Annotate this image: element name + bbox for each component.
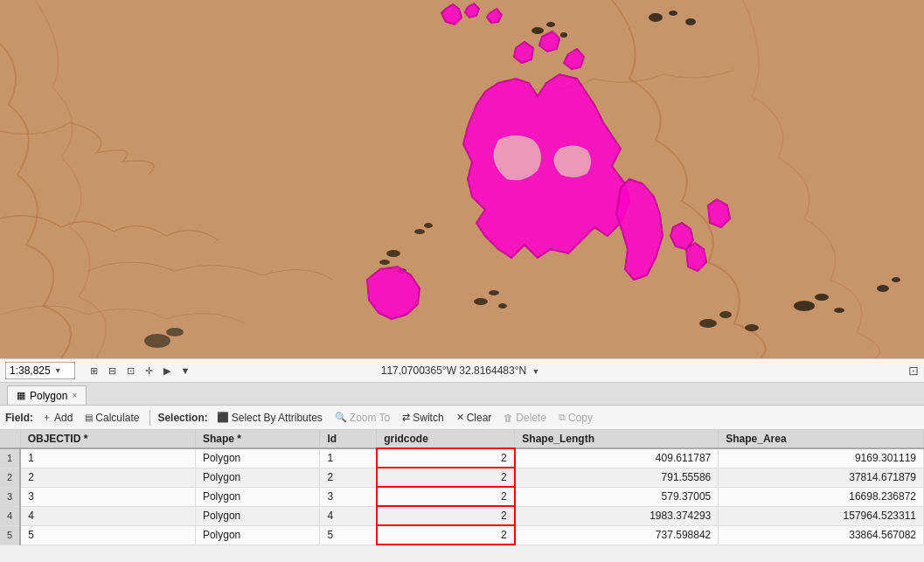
- row-number: 4: [0, 506, 20, 525]
- tab-close-button[interactable]: ×: [72, 391, 77, 400]
- cell-objectid[interactable]: 2: [20, 468, 195, 487]
- col-header-id[interactable]: Id: [320, 430, 377, 448]
- cell-gridcode[interactable]: 2: [377, 525, 515, 545]
- polygon-tab[interactable]: ▦ Polygon ×: [7, 385, 87, 405]
- delete-icon: 🗑: [504, 413, 513, 423]
- cell-gridcode[interactable]: 2: [377, 487, 515, 506]
- select-attr-icon: ⬛: [217, 412, 229, 423]
- col-header-shape-area[interactable]: Shape_Area: [719, 430, 924, 448]
- separator-1: [149, 410, 150, 426]
- row-number: 5: [0, 525, 20, 545]
- table-header-row: OBJECTID * Shape * Id gridcode Shape_Len…: [0, 430, 924, 448]
- cell-shape[interactable]: Polygon: [195, 506, 320, 525]
- cell-shape-length[interactable]: 737.598842: [515, 525, 719, 545]
- add-button[interactable]: ＋ Add: [38, 409, 76, 426]
- svg-point-7: [531, 27, 544, 34]
- data-grid: OBJECTID * Shape * Id gridcode Shape_Len…: [0, 430, 924, 545]
- row-number: 1: [0, 448, 20, 468]
- select-by-attributes-button[interactable]: ⬛ Select By Attributes: [213, 410, 326, 426]
- switch-icon: ⇄: [402, 412, 410, 423]
- cell-id[interactable]: 5: [320, 525, 377, 545]
- copy-button[interactable]: ⧉ Copy: [555, 410, 596, 426]
- cell-objectid[interactable]: 1: [20, 448, 195, 468]
- svg-point-2: [144, 334, 170, 348]
- scale-selector[interactable]: 1:38,825 ▼: [5, 362, 75, 379]
- map-view[interactable]: [0, 0, 924, 358]
- cell-shape[interactable]: Polygon: [195, 448, 320, 468]
- cell-shape[interactable]: Polygon: [195, 525, 320, 545]
- table-row[interactable]: 22Polygon22791.5558637814.671879: [0, 468, 924, 487]
- delete-button[interactable]: 🗑 Delete: [500, 410, 550, 426]
- tab-label: Polygon: [30, 390, 67, 402]
- svg-point-18: [474, 298, 488, 305]
- expand-icon[interactable]: ⊡: [908, 364, 919, 378]
- cell-id[interactable]: 4: [320, 506, 377, 525]
- zoom-to-button[interactable]: 🔍 Zoom To: [331, 410, 393, 426]
- switch-button[interactable]: ⇄ Switch: [399, 410, 447, 426]
- svg-point-16: [719, 311, 732, 318]
- cell-shape-length[interactable]: 579.37005: [515, 487, 719, 506]
- calculate-button[interactable]: ▤ Calculate: [81, 410, 142, 426]
- select-tool-icon[interactable]: ⊡: [122, 363, 138, 378]
- cell-shape-area[interactable]: 9169.301119: [719, 448, 924, 468]
- svg-point-10: [794, 301, 815, 311]
- table-row[interactable]: 55Polygon52737.59884233864.567082: [0, 525, 924, 545]
- coordinates-display: 117.0700365°W 32.8164483°N ▼: [381, 364, 540, 377]
- svg-rect-0: [0, 0, 924, 358]
- cell-gridcode[interactable]: 2: [377, 506, 515, 525]
- cell-shape-area[interactable]: 157964.523311: [719, 506, 924, 525]
- cell-shape-length[interactable]: 791.55586: [515, 468, 719, 487]
- col-header-shape[interactable]: Shape *: [195, 430, 320, 448]
- cell-objectid[interactable]: 5: [20, 525, 195, 545]
- dropdown-tool-icon[interactable]: ▼: [177, 363, 193, 378]
- cell-objectid[interactable]: 4: [20, 506, 195, 525]
- cell-id[interactable]: 3: [320, 487, 377, 506]
- table-row[interactable]: 44Polygon421983.374293157964.523311: [0, 506, 924, 525]
- cell-gridcode[interactable]: 2: [377, 468, 515, 487]
- cell-shape[interactable]: Polygon: [195, 487, 320, 506]
- cell-shape-area[interactable]: 33864.567082: [719, 525, 924, 545]
- svg-point-13: [877, 285, 889, 292]
- svg-point-3: [166, 328, 184, 337]
- table-row[interactable]: 33Polygon32579.3700516698.236872: [0, 487, 924, 506]
- cell-shape-length[interactable]: 409.611787: [515, 448, 719, 468]
- table-row[interactable]: 11Polygon12409.6117879169.301119: [0, 448, 924, 468]
- svg-point-22: [424, 223, 433, 228]
- copy-icon: ⧉: [559, 412, 566, 423]
- attribute-table[interactable]: OBJECTID * Shape * Id gridcode Shape_Len…: [0, 430, 924, 562]
- svg-point-11: [815, 294, 829, 301]
- svg-point-23: [386, 250, 400, 257]
- cell-id[interactable]: 2: [320, 468, 377, 487]
- svg-point-15: [699, 319, 717, 328]
- row-num-header: [0, 430, 20, 448]
- nav-tool-icon[interactable]: ✛: [141, 363, 156, 378]
- col-header-gridcode[interactable]: gridcode: [377, 430, 515, 448]
- selection-label: Selection:: [157, 412, 207, 424]
- cell-shape-area[interactable]: 37814.671879: [719, 468, 924, 487]
- tab-grid-icon: ▦: [17, 390, 25, 401]
- coord-dropdown-icon[interactable]: ▼: [532, 367, 540, 376]
- cell-shape[interactable]: Polygon: [195, 468, 320, 487]
- grid-tool-icon[interactable]: ⊞: [86, 363, 101, 378]
- cell-objectid[interactable]: 3: [20, 487, 195, 506]
- coordinates-text: 117.0700365°W 32.8164483°N: [381, 364, 526, 377]
- map-tools: ⊞ ⊟ ⊡ ✛ ▶ ▼: [86, 363, 193, 378]
- cell-id[interactable]: 1: [320, 448, 377, 468]
- svg-point-12: [834, 308, 844, 313]
- svg-point-20: [498, 303, 507, 309]
- svg-point-4: [649, 13, 663, 22]
- table-tool-icon[interactable]: ⊟: [104, 363, 120, 378]
- cell-shape-area[interactable]: 16698.236872: [719, 487, 924, 506]
- table-body: 11Polygon12409.6117879169.30111922Polygo…: [0, 448, 924, 545]
- svg-point-9: [560, 32, 567, 38]
- table-section: ▦ Polygon × Field: ＋ Add ▤ Calculate Sel…: [0, 383, 924, 562]
- cell-shape-length[interactable]: 1983.374293: [515, 506, 719, 525]
- col-header-objectid[interactable]: OBJECTID *: [20, 430, 195, 448]
- col-header-shape-length[interactable]: Shape_Length: [515, 430, 719, 448]
- clear-button[interactable]: ✕ Clear: [453, 410, 496, 426]
- row-number: 2: [0, 468, 20, 487]
- calculate-icon: ▤: [85, 413, 93, 422]
- cell-gridcode[interactable]: 2: [377, 448, 515, 468]
- attribute-toolbar: Field: ＋ Add ▤ Calculate Selection: ⬛ Se…: [0, 406, 924, 430]
- arrow-tool-icon[interactable]: ▶: [159, 363, 175, 378]
